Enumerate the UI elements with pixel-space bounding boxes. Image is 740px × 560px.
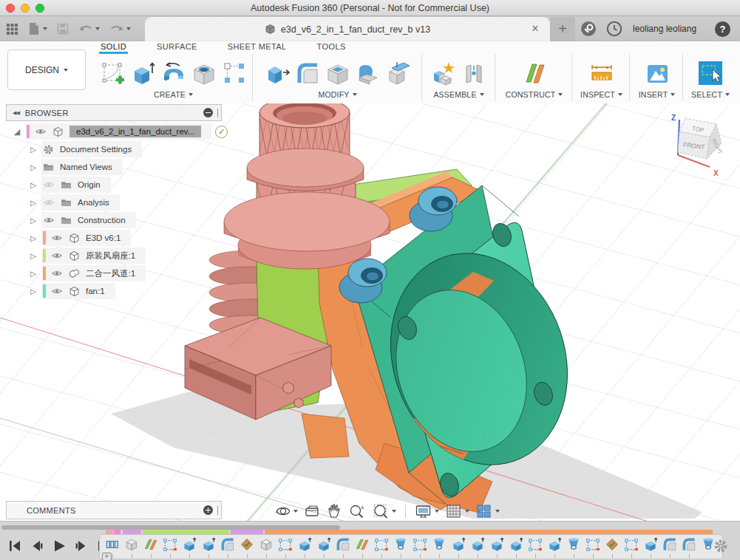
- extrude-feature-icon[interactable]: [316, 536, 332, 553]
- look-at-button[interactable]: [304, 503, 320, 519]
- extrude-feature-icon[interactable]: [508, 536, 524, 553]
- sketch-feature-icon[interactable]: [277, 536, 293, 553]
- user-account-button[interactable]: leoliang leoliang: [633, 16, 696, 41]
- extrude-feature-icon[interactable]: [200, 536, 217, 553]
- pattern-button[interactable]: [220, 58, 248, 89]
- eye-icon[interactable]: [51, 251, 64, 261]
- browser-item-analysis[interactable]: ▷ Analysis: [6, 194, 228, 211]
- expand-arrow-icon[interactable]: ▷: [28, 199, 38, 207]
- close-tab-icon[interactable]: ✕: [529, 23, 541, 34]
- eye-icon[interactable]: [51, 269, 64, 279]
- browser-item-label[interactable]: 原装风扇座:1: [86, 250, 135, 262]
- extensions-button[interactable]: [580, 21, 597, 37]
- browser-item-component[interactable]: ▷ 原装风扇座:1: [6, 247, 228, 264]
- tab-sheet-metal[interactable]: SHEET METAL: [226, 41, 288, 54]
- new-component-button[interactable]: [430, 58, 458, 89]
- job-status-button[interactable]: [606, 21, 622, 37]
- expand-arrow-icon[interactable]: ▷: [28, 287, 38, 296]
- hole-button[interactable]: [190, 58, 218, 89]
- group-construct[interactable]: CONSTRUCT: [506, 90, 563, 101]
- fillet-feature-icon[interactable]: [220, 536, 236, 553]
- expand-arrow-icon[interactable]: ▷: [28, 234, 38, 242]
- viewports-button[interactable]: [475, 503, 500, 519]
- fillet-feature-icon[interactable]: [681, 536, 697, 553]
- hole-feature-icon[interactable]: [604, 536, 620, 553]
- browser-item-label[interactable]: Construction: [78, 216, 126, 225]
- shell-button[interactable]: [324, 58, 352, 89]
- create-sketch-button[interactable]: [99, 58, 127, 89]
- sketch-feature-icon[interactable]: [162, 536, 178, 553]
- extrude-button[interactable]: [129, 58, 157, 89]
- extrude-feature-icon[interactable]: [296, 536, 313, 553]
- eye-hidden-icon[interactable]: [43, 198, 55, 208]
- go-to-start-button[interactable]: [7, 539, 22, 553]
- comments-bar[interactable]: COMMENTS: [6, 501, 222, 519]
- timeline-position-marker[interactable]: +: [102, 553, 112, 560]
- browser-item-root[interactable]: ◢ e3d_v6_2_in_1_fan_duct_rev... ✓: [6, 123, 228, 140]
- workspace-selector[interactable]: DESIGN: [7, 49, 86, 90]
- 3d-viewport[interactable]: Z X TOP FRONT RIGHT ◀◀ BROWSER ◢: [0, 103, 740, 521]
- browser-item-label[interactable]: Analysis: [78, 198, 109, 207]
- extrude-feature-icon[interactable]: [489, 536, 505, 553]
- hole-feature-icon[interactable]: [239, 536, 255, 553]
- loft-feature-icon[interactable]: [431, 536, 447, 553]
- sketch-feature-icon[interactable]: [412, 536, 428, 553]
- timeline-settings-button[interactable]: [713, 538, 729, 554]
- new-tab-button[interactable]: +: [550, 17, 575, 41]
- group-select[interactable]: SELECT: [691, 90, 730, 101]
- joint-button[interactable]: [460, 58, 488, 89]
- browser-item-component[interactable]: ▷ fan:1: [6, 282, 228, 300]
- expand-arrow-icon[interactable]: ▷: [28, 216, 38, 225]
- browser-item-construction[interactable]: ▷ Construction: [6, 211, 228, 229]
- box-feature-icon[interactable]: [258, 536, 274, 553]
- browser-item-label[interactable]: Origin: [78, 180, 101, 189]
- eye-icon[interactable]: [51, 287, 64, 296]
- sketch-feature-icon[interactable]: [373, 536, 390, 553]
- fillet-button[interactable]: [293, 58, 322, 89]
- expand-arrow-icon[interactable]: ◢: [12, 127, 22, 137]
- titlebar[interactable]: Autodesk Fusion 360 (Personal - Not for …: [0, 0, 740, 16]
- browser-item-label[interactable]: Named Views: [60, 163, 112, 171]
- grid-snap-button[interactable]: [445, 503, 469, 519]
- fillet-feature-icon[interactable]: [335, 536, 351, 553]
- expand-arrow-icon[interactable]: ▷: [28, 181, 38, 189]
- fit-button[interactable]: [372, 503, 396, 519]
- data-panel-button[interactable]: [4, 19, 20, 38]
- extrude-feature-icon[interactable]: [546, 536, 563, 553]
- group-create[interactable]: CREATE: [154, 90, 193, 101]
- viewcube[interactable]: Z X TOP FRONT RIGHT: [654, 107, 740, 185]
- undo-button[interactable]: [77, 19, 101, 38]
- eye-icon[interactable]: [51, 233, 64, 243]
- browser-item-component[interactable]: ▷ E3D v6:1: [6, 229, 228, 247]
- browser-panel-header[interactable]: ◀◀ BROWSER: [6, 104, 222, 121]
- loft-feature-icon[interactable]: [566, 536, 582, 553]
- browser-item-component[interactable]: ▷ 二合一风道:1: [6, 264, 228, 282]
- file-menu-button[interactable]: [27, 19, 49, 38]
- group-inspect[interactable]: INSPECT: [580, 90, 622, 101]
- revolve-button[interactable]: [160, 58, 188, 89]
- close-window-button[interactable]: [6, 4, 15, 13]
- display-settings-button[interactable]: [415, 503, 439, 519]
- zoom-window-button[interactable]: [35, 4, 44, 13]
- browser-item-document-settings[interactable]: ▷ Document Settings: [6, 140, 228, 158]
- eye-icon[interactable]: [43, 216, 55, 225]
- group-modify[interactable]: MODIFY: [318, 90, 356, 101]
- select-button[interactable]: [696, 58, 724, 89]
- box-feature-icon[interactable]: [123, 536, 140, 553]
- fillet-feature-icon[interactable]: [662, 536, 678, 553]
- eye-hidden-icon[interactable]: [43, 180, 55, 190]
- pan-button[interactable]: [326, 503, 342, 519]
- redo-button[interactable]: [108, 19, 132, 38]
- press-pull-button[interactable]: [263, 58, 291, 89]
- eye-icon[interactable]: [35, 127, 47, 137]
- plane-feature-icon[interactable]: [354, 536, 370, 553]
- sketch-feature-icon[interactable]: [623, 536, 639, 553]
- group-insert[interactable]: INSERT: [639, 90, 676, 101]
- zoom-button[interactable]: ±: [348, 503, 366, 519]
- tab-surface[interactable]: SURFACE: [155, 41, 199, 54]
- insert-button[interactable]: [643, 58, 671, 89]
- plane-feature-icon[interactable]: [143, 536, 159, 553]
- panel-grip[interactable]: [217, 109, 218, 117]
- browser-item-label[interactable]: fan:1: [86, 287, 105, 296]
- browser-item-label[interactable]: Document Settings: [60, 145, 132, 154]
